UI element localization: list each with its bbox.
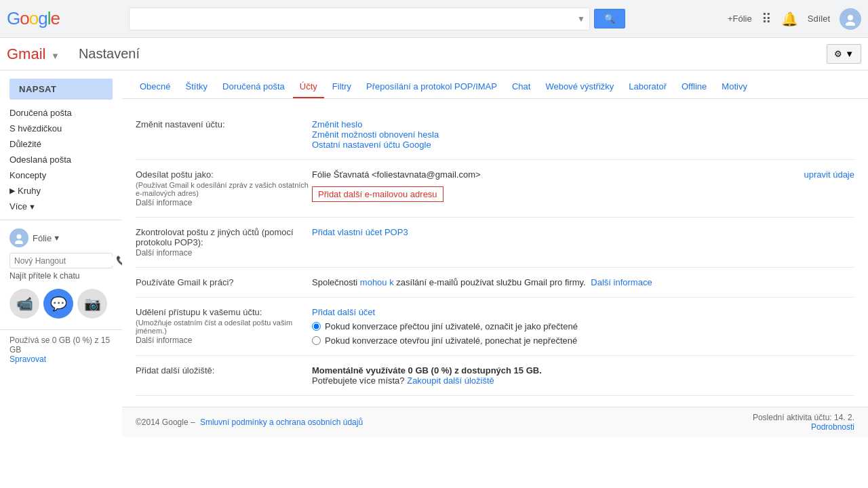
add-storage-label: Přidat další úložiště:	[136, 365, 312, 375]
last-activity-text: Poslední aktivita účtu: 14. 2.	[753, 413, 854, 422]
search-area: ▼ 🔍	[129, 7, 728, 30]
settings-tabs: Obecné Štítky Doručená pošta Účty Filtry…	[122, 70, 868, 99]
tab-offline[interactable]: Offline	[675, 76, 713, 98]
tab-webove[interactable]: Webové výstřižky	[538, 76, 620, 98]
terms-link[interactable]: Smluvní podmínky a ochrana osobních údaj…	[200, 418, 363, 427]
settings-content: Změnit nastavení účtu: Změnit heslo Změn…	[122, 99, 868, 407]
topbar: Google ▼ 🔍 +Fólie ⠿ 🔔 Sdílet	[0, 0, 868, 38]
gmail-header: Gmail ▼ Nastavení ⚙ ▼	[0, 38, 868, 70]
storage-section: Používá se 0 GB (0 %) z 15 GB Spravovat	[0, 329, 122, 369]
other-account-settings-link[interactable]: Ostatní nastavení účtu Google	[312, 140, 431, 150]
add-storage-value: Momentálně využíváte 0 GB (0 %) z dostup…	[312, 365, 854, 386]
search-button[interactable]: 🔍	[594, 9, 625, 28]
storage-info: Momentálně využíváte 0 GB (0 %) z dostup…	[312, 365, 854, 375]
video-hangout-icon[interactable]: 📹	[9, 289, 39, 319]
gear-icon: ⚙	[834, 49, 842, 59]
send-as-label: Odesílat poštu jako: (Používat Gmail k o…	[136, 169, 312, 207]
radio-row-1: Pokud konverzace přečtou jiní uživatelé,…	[312, 321, 854, 331]
compose-label: NAPSAT	[19, 84, 56, 94]
radio-keep-unread[interactable]	[312, 336, 321, 345]
gmail-dropdown-arrow[interactable]: ▼	[51, 51, 60, 61]
user-avatar	[9, 228, 28, 247]
check-pop3-value: Přidat vlastní účet POP3	[312, 227, 854, 237]
change-recovery-link[interactable]: Změnit možnosti obnovení hesla	[312, 129, 439, 140]
tab-motivy[interactable]: Motivy	[715, 76, 754, 98]
change-password-link[interactable]: Změnit heslo	[312, 119, 362, 129]
sidebar-item-sent[interactable]: Odeslaná pošta	[0, 152, 117, 167]
work-gmail-label: Používáte Gmail k práci?	[136, 277, 312, 287]
avatar[interactable]	[840, 8, 861, 30]
details-link[interactable]: Podrobnosti	[811, 422, 854, 432]
bell-icon[interactable]: 🔔	[781, 11, 798, 27]
grant-access-label: Udělení přístupu k vašemu účtu: (Umožňuj…	[136, 307, 312, 345]
apps-icon[interactable]: ⠿	[762, 11, 772, 27]
pop3-more-link[interactable]: Další informace	[136, 248, 192, 258]
tab-ucty[interactable]: Účty	[293, 76, 324, 98]
new-hangout-input[interactable]	[14, 256, 116, 266]
compose-button[interactable]: NAPSAT	[9, 79, 113, 100]
add-pop3-link[interactable]: Přidat vlastní účet POP3	[312, 227, 408, 237]
buy-storage-link[interactable]: Zakoupit další úložiště	[407, 375, 494, 386]
svg-point-2	[17, 235, 22, 239]
more-expand-icon: ▼	[28, 203, 36, 211]
add-storage-row: Přidat další úložiště: Momentálně využív…	[136, 356, 854, 396]
tab-filtry[interactable]: Filtry	[326, 76, 358, 98]
search-dropdown-arrow[interactable]: ▼	[573, 14, 589, 24]
svg-point-3	[15, 241, 23, 245]
radio-mark-read[interactable]	[312, 322, 321, 331]
sidebar-item-circles[interactable]: ▶ Kruhy	[0, 183, 117, 199]
tab-preposilani[interactable]: Přeposílání a protokol POP/IMAP	[359, 76, 504, 98]
tab-obecne[interactable]: Obecné	[133, 76, 178, 98]
gmail-logo[interactable]: Gmail ▼	[7, 45, 60, 63]
sender-name: Fólie Šťavnatá <foliestavnata@gmail.com>	[312, 169, 481, 180]
send-as-more-link[interactable]: Další informace	[136, 198, 192, 207]
send-as-row: Odesílat poštu jako: (Používat Gmail k o…	[136, 160, 854, 218]
circles-expand-icon: ▶	[9, 186, 15, 195]
find-friend-link[interactable]: Najít přítele k chatu	[9, 268, 113, 283]
edit-sender-link[interactable]: upravit údaje	[804, 169, 854, 180]
work-gmail-row: Používáte Gmail k práci? Společnosti moh…	[136, 268, 854, 298]
sidebar-item-starred[interactable]: S hvězdičkou	[0, 121, 117, 136]
settings-gear-button[interactable]: ⚙ ▼	[827, 44, 861, 64]
chat-hangout-icon[interactable]: 💬	[43, 289, 73, 319]
work-gmail-value: Společnosti mohou k zasílání e-mailů pou…	[312, 277, 854, 287]
sidebar-item-more[interactable]: Více ▼	[0, 199, 117, 214]
grant-access-more-link[interactable]: Další informace	[136, 336, 192, 345]
work-gmail-more-link[interactable]: Další informace	[591, 277, 652, 287]
folie-link[interactable]: +Fólie	[728, 14, 752, 24]
top-right-area: +Fólie ⠿ 🔔 Sdílet	[728, 8, 861, 30]
share-link[interactable]: Sdílet	[808, 14, 830, 24]
sidebar-item-inbox[interactable]: Doručená pošta	[0, 105, 117, 121]
tab-stitky[interactable]: Štítky	[179, 76, 215, 98]
send-as-value: Fólie Šťavnatá <foliestavnata@gmail.com>…	[312, 169, 854, 202]
sender-info-row: Fólie Šťavnatá <foliestavnata@gmail.com>…	[312, 169, 854, 180]
work-gmail-mohou-link[interactable]: mohou k	[360, 277, 394, 287]
tab-chat[interactable]: Chat	[505, 76, 537, 98]
circles-label: Kruhy	[18, 186, 41, 196]
new-hangout-input-wrap: 📞	[9, 253, 113, 268]
user-row[interactable]: Fólie ▼	[9, 226, 113, 250]
storage-text: Používá se 0 GB (0 %) z 15 GB	[9, 336, 113, 354]
radio-mark-read-label: Pokud konverzace přečtou jiní uživatelé,…	[325, 321, 578, 331]
gear-dropdown-arrow: ▼	[845, 49, 854, 59]
user-dropdown-arrow: ▼	[53, 234, 60, 242]
change-account-label: Změnit nastavení účtu:	[136, 119, 312, 129]
add-email-button[interactable]: Přidat další e-mailovou adresu	[312, 186, 443, 202]
manage-link[interactable]: Spravovat	[9, 354, 46, 364]
phone-icon[interactable]: 📞	[116, 256, 122, 266]
page-title: Nastavení	[79, 46, 827, 62]
user-name: Fólie	[33, 233, 52, 243]
inbox-label: Doručená pošta	[9, 108, 72, 118]
tab-laborator[interactable]: Laboratoř	[622, 76, 673, 98]
grant-access-value: Přidat další účet Pokud konverzace přečt…	[312, 307, 854, 346]
hangouts-section: Fólie ▼ 📞 Najít přítele k chatu 📹 💬 📷	[0, 220, 122, 324]
search-input[interactable]	[130, 14, 573, 24]
add-account-link[interactable]: Přidat další účet	[312, 307, 375, 317]
radio-keep-unread-label: Pokud konverzace otevřou jiní uživatelé,…	[325, 336, 577, 346]
sidebar-item-drafts[interactable]: Koncepty	[0, 167, 117, 183]
tab-dorucena[interactable]: Doručená pošta	[216, 76, 292, 98]
camera-hangout-icon[interactable]: 📷	[77, 289, 107, 319]
svg-point-0	[848, 15, 853, 20]
search-input-wrap: ▼	[129, 7, 590, 30]
sidebar-item-important[interactable]: Důležité	[0, 136, 117, 152]
